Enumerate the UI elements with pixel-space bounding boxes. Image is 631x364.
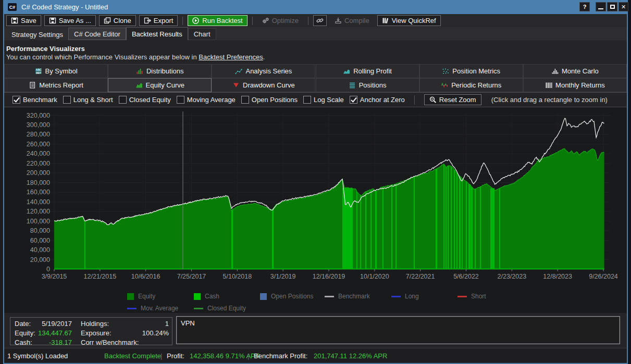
page-title: Performance Visualizers — [6, 45, 85, 53]
checkbox-box[interactable] — [63, 96, 71, 104]
stat-value-cash: -318.17 — [30, 338, 72, 346]
legend-label: Benchmark — [338, 293, 370, 300]
visualizer-tab-equity-curve[interactable]: Equity Curve — [108, 78, 212, 92]
clone-button[interactable]: Clone — [99, 15, 136, 26]
status-separator: | — [248, 352, 249, 360]
checkbox-moving-average[interactable]: Moving Average — [177, 96, 236, 104]
legend-swatch — [127, 308, 137, 309]
crosshair-stats-panel: Date:5/19/2017Holdings:1Equity:134,447.6… — [10, 317, 172, 345]
visualizer-tab-periodic-returns[interactable]: Periodic Returns — [419, 78, 523, 92]
legend-label: Long — [405, 293, 419, 300]
reset-zoom-button[interactable]: Reset Zoom — [424, 94, 481, 105]
chart-plot[interactable]: 3/9/201512/21/201510/6/20167/25/20175/10… — [4, 107, 627, 313]
svg-text:10/6/2016: 10/6/2016 — [131, 273, 160, 280]
background-window-sliver-right — [628, 0, 631, 364]
checkbox-open-positions[interactable]: Open Positions — [241, 96, 298, 104]
visualizer-tab-distributions[interactable]: Distributions — [108, 64, 212, 78]
options-separator — [414, 95, 415, 105]
link-icon — [316, 17, 324, 24]
svg-text:7/22/2021: 7/22/2021 — [406, 273, 435, 280]
save-button[interactable]: Save — [6, 15, 41, 26]
checkbox-box[interactable] — [303, 96, 311, 104]
floppy-icon — [49, 17, 56, 24]
checkbox-label: Long & Short — [73, 96, 113, 104]
legend-swatch — [260, 293, 267, 300]
visualizer-tab-label: By Symbol — [45, 67, 78, 75]
legend-swatch — [127, 293, 134, 300]
visualizer-tab-analysis-series[interactable]: Analysis Series — [212, 64, 315, 78]
checkbox-label: Open Positions — [252, 96, 298, 104]
svg-text:20,000: 20,000 — [30, 256, 50, 263]
save-as-button[interactable]: Save As ... — [44, 15, 96, 26]
svg-text:140,000: 140,000 — [27, 198, 50, 206]
equity-curve-chart[interactable]: 3/9/201512/21/201510/6/20167/25/20175/10… — [4, 107, 627, 313]
visualizer-tab-label: Analysis Series — [245, 67, 292, 75]
legend-swatch — [194, 308, 203, 309]
help-button[interactable]: ? — [579, 2, 590, 11]
legend-label: Mov. Average — [141, 305, 178, 312]
tab-c-code-editor[interactable]: C# Code Editor — [68, 28, 126, 40]
status-separator: | — [160, 352, 162, 360]
legend-item-open-positions: Open Positions — [260, 293, 313, 300]
rolling-profit-icon — [343, 68, 350, 74]
button-label: Save As ... — [59, 17, 91, 24]
svg-text:60,000: 60,000 — [30, 237, 50, 244]
checkbox-closed-equity[interactable]: Closed Equity — [119, 96, 171, 104]
checkbox-log-scale[interactable]: Log Scale — [303, 96, 344, 104]
checkbox-label: Anchor at Zero — [360, 96, 405, 104]
subtitle-text: You can control which Performance Visual… — [6, 53, 199, 61]
chart-options-bar: BenchmarkLong & ShortClosed EquityMoving… — [4, 92, 627, 107]
toolbar-separator — [182, 17, 183, 25]
checkbox-box[interactable] — [119, 96, 127, 104]
checkbox-label: Closed Equity — [129, 96, 171, 104]
maximize-button[interactable] — [607, 2, 617, 11]
minimize-icon — [598, 8, 603, 9]
visualizer-tab-monte-carlo[interactable]: Monte Carlo — [523, 64, 627, 78]
svg-text:280,000: 280,000 — [27, 131, 50, 138]
visualizer-tab-rolling-profit[interactable]: Rolling Profit — [316, 64, 419, 78]
symbol-entry-box[interactable]: VPN — [176, 316, 620, 344]
tab-strategy-settings[interactable]: Strategy Settings — [6, 29, 68, 40]
checkbox-box[interactable] — [13, 96, 20, 104]
metrics-report-icon — [29, 82, 36, 89]
close-button[interactable]: ✕ — [618, 2, 628, 11]
checkbox-benchmark[interactable]: Benchmark — [13, 96, 57, 104]
legend-swatch — [457, 296, 467, 297]
visualizer-tab-positions[interactable]: Positions — [316, 78, 419, 92]
visualizer-tab-monthly-returns[interactable]: Monthly Returns — [523, 78, 627, 92]
visualizer-tab-drawdown-curve[interactable]: Drawdown Curve — [212, 78, 315, 92]
view-quickref-button[interactable]: View QuickRef — [377, 15, 441, 26]
optimize-button[interactable]: Optimize — [257, 15, 303, 26]
magnifier-icon — [429, 96, 437, 103]
visualizer-tab-label: Periodic Returns — [451, 81, 501, 89]
tab-backtest-results[interactable]: Backtest Results — [126, 27, 188, 40]
symbols-loaded-status: 1 Symbol(s) Loaded — [7, 352, 68, 360]
visualizer-tab-by-symbol[interactable]: ABCDEFBy Symbol — [4, 64, 108, 78]
visualizer-tab-position-metrics[interactable]: Position Metrics — [419, 64, 523, 78]
checkbox-box[interactable] — [350, 96, 357, 104]
legend-label: Open Positions — [271, 293, 313, 300]
checkbox-box[interactable] — [177, 96, 184, 104]
checkbox-anchor-at-zero[interactable]: Anchor at Zero — [350, 96, 405, 104]
monte-carlo-icon — [551, 68, 559, 74]
backtest-preferences-link[interactable]: Backtest Preferences — [199, 53, 263, 61]
checkbox-box[interactable] — [241, 96, 249, 104]
link-button[interactable] — [313, 15, 327, 26]
visualizer-tab-label: Position Metrics — [452, 67, 500, 75]
visualizer-tab-label: Distributions — [146, 67, 184, 75]
legend-item-equity: Equity — [127, 293, 155, 300]
positions-icon — [349, 82, 356, 89]
title-bar[interactable]: C# C# Coded Strategy - Untitled — [4, 0, 627, 14]
tab-chart[interactable]: Chart — [188, 28, 216, 40]
page-subtitle: You can control which Performance Visual… — [6, 53, 265, 61]
svg-text:12/16/2019: 12/16/2019 — [313, 273, 345, 280]
visualizer-tab-metrics-report[interactable]: Metrics Report — [4, 78, 108, 92]
benchmark-profit-label: Benchmark Profit: — [254, 352, 307, 360]
svg-text:300,000: 300,000 — [27, 121, 50, 129]
export-button[interactable]: Export — [139, 15, 178, 26]
checkbox-long-short[interactable]: Long & Short — [63, 96, 113, 104]
minimize-button[interactable] — [596, 2, 606, 11]
run-backtest-button[interactable]: Run Backtest — [188, 15, 247, 26]
gears-icon — [262, 17, 269, 24]
compile-button[interactable]: Compile — [330, 15, 374, 26]
